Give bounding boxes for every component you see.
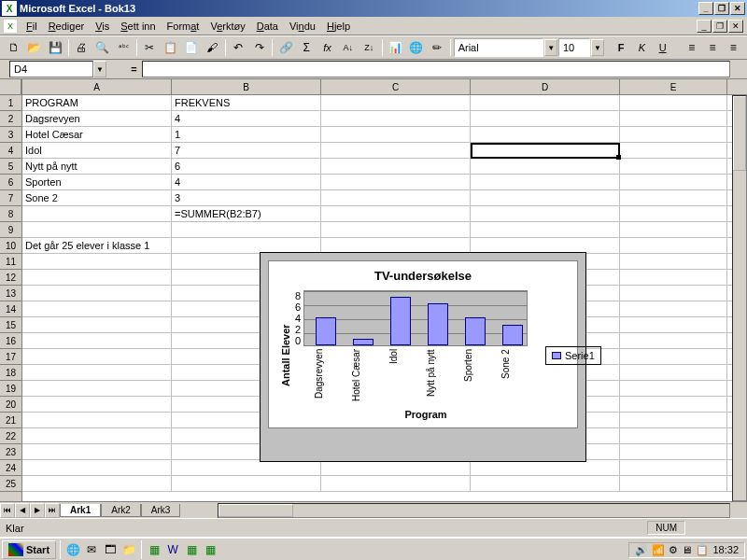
- cell-B3[interactable]: 1: [172, 127, 321, 142]
- cell-A20[interactable]: [22, 397, 172, 412]
- cell-A17[interactable]: [22, 349, 172, 364]
- cell-A4[interactable]: Idol: [22, 143, 172, 158]
- row-header-15[interactable]: 15: [0, 317, 21, 333]
- doc-minimize-button[interactable]: _: [697, 20, 712, 33]
- close-button[interactable]: ✕: [730, 2, 745, 15]
- cell-A6[interactable]: Sporten: [22, 175, 172, 189]
- cell-C8[interactable]: [321, 206, 471, 221]
- cell-C5[interactable]: [321, 159, 471, 174]
- minimize-button[interactable]: _: [698, 2, 713, 15]
- cell-C25[interactable]: [321, 476, 471, 491]
- cell-E6[interactable]: [620, 175, 727, 189]
- cell-E15[interactable]: [620, 317, 727, 332]
- row-header-8[interactable]: 8: [0, 206, 21, 222]
- tray-icon[interactable]: 🔊: [635, 544, 648, 556]
- row-header-19[interactable]: 19: [0, 381, 21, 397]
- cell-A12[interactable]: [22, 270, 172, 285]
- cell-C9[interactable]: [321, 222, 471, 237]
- cell-C4[interactable]: [321, 143, 471, 158]
- cell-E9[interactable]: [620, 222, 727, 237]
- cell-A13[interactable]: [22, 286, 172, 301]
- cell-C2[interactable]: [321, 111, 471, 126]
- paste-button[interactable]: 📄: [181, 37, 201, 58]
- cell-E17[interactable]: [620, 349, 727, 364]
- preview-button[interactable]: 🔍: [92, 37, 112, 58]
- tab-first-button[interactable]: ⏮: [0, 503, 15, 518]
- row-header-12[interactable]: 12: [0, 270, 21, 286]
- font-size-arrow[interactable]: ▼: [591, 39, 604, 56]
- ql-excel3-icon[interactable]: ▦: [202, 541, 218, 558]
- row-header-6[interactable]: 6: [0, 175, 21, 190]
- cell-D4[interactable]: [471, 143, 620, 158]
- cell-E24[interactable]: [620, 460, 727, 475]
- redo-button[interactable]: ↷: [249, 37, 269, 58]
- cell-E25[interactable]: [620, 476, 727, 491]
- function-button[interactable]: fx: [317, 37, 337, 58]
- menu-format[interactable]: Format: [162, 19, 205, 34]
- cell-B10[interactable]: [172, 238, 321, 253]
- tab-prev-button[interactable]: ◀: [15, 503, 30, 518]
- cell-E22[interactable]: [620, 428, 727, 443]
- font-name-dropdown[interactable]: Arial: [454, 38, 544, 57]
- sheet-tab-ark2[interactable]: Ark2: [101, 504, 141, 517]
- doc-maximize-button[interactable]: ❐: [712, 20, 727, 33]
- menu-hjelp[interactable]: Hjelp: [321, 19, 356, 34]
- ql-ie-icon[interactable]: 🌐: [64, 541, 81, 558]
- tab-last-button[interactable]: ⏭: [45, 503, 60, 518]
- menu-verktoy[interactable]: Verktøy: [204, 19, 250, 34]
- cell-D7[interactable]: [471, 190, 620, 205]
- ql-explorer-icon[interactable]: 📁: [120, 541, 137, 558]
- save-button[interactable]: 💾: [46, 37, 65, 58]
- chart-button[interactable]: 📊: [386, 37, 405, 58]
- hscroll-thumb[interactable]: [218, 504, 293, 517]
- row-header-7[interactable]: 7: [0, 190, 21, 206]
- cell-A16[interactable]: [22, 333, 172, 348]
- system-tray[interactable]: 🔊 📶 ⚙ 🖥 📋 18:32: [628, 542, 745, 558]
- row-header-14[interactable]: 14: [0, 301, 21, 317]
- cell-E21[interactable]: [620, 413, 727, 427]
- cell-E20[interactable]: [620, 397, 727, 412]
- row-header-18[interactable]: 18: [0, 365, 21, 381]
- row-header-2[interactable]: 2: [0, 111, 21, 127]
- row-header-9[interactable]: 9: [0, 222, 21, 238]
- menu-settinn[interactable]: Sett inn: [115, 19, 161, 34]
- cell-E19[interactable]: [620, 381, 727, 396]
- ql-outlook-icon[interactable]: ✉: [83, 541, 100, 558]
- cell-B1[interactable]: FREKVENS: [172, 95, 321, 110]
- ql-excel1-icon[interactable]: ▦: [146, 541, 162, 558]
- hyperlink-button[interactable]: 🔗: [275, 37, 295, 58]
- ql-excel2-icon[interactable]: ▦: [183, 541, 200, 558]
- row-header-24[interactable]: 24: [0, 460, 21, 476]
- cell-A25[interactable]: [22, 476, 172, 491]
- cell-D5[interactable]: [471, 159, 620, 174]
- cell-A9[interactable]: [22, 222, 172, 237]
- chart-object[interactable]: TV-undersøkelse Antall Elever 8 6 4 2 0: [260, 252, 586, 462]
- tray-icon[interactable]: 🖥: [682, 544, 692, 555]
- cell-A14[interactable]: [22, 301, 172, 316]
- cell-C6[interactable]: [321, 175, 471, 189]
- col-header-d[interactable]: D: [471, 79, 620, 94]
- cell-E2[interactable]: [620, 111, 727, 126]
- cell-B9[interactable]: [172, 222, 321, 237]
- row-header-11[interactable]: 11: [0, 254, 21, 270]
- align-center-button[interactable]: ≡: [702, 37, 722, 58]
- tray-clock[interactable]: 18:32: [712, 544, 739, 555]
- cell-E16[interactable]: [620, 333, 727, 348]
- cell-E23[interactable]: [620, 444, 727, 459]
- cell-A19[interactable]: [22, 381, 172, 396]
- row-header-25[interactable]: 25: [0, 476, 21, 492]
- autosum-button[interactable]: Σ: [297, 37, 317, 58]
- cell-D24[interactable]: [471, 460, 620, 475]
- cell-A1[interactable]: PROGRAM: [22, 95, 172, 110]
- copy-button[interactable]: 📋: [161, 37, 180, 58]
- sort-asc-button[interactable]: A↓: [338, 37, 358, 58]
- cell-D25[interactable]: [471, 476, 620, 491]
- align-left-button[interactable]: ≡: [682, 37, 701, 58]
- cell-E7[interactable]: [620, 190, 727, 205]
- cell-D3[interactable]: [471, 127, 620, 142]
- tab-next-button[interactable]: ▶: [30, 503, 45, 518]
- font-size-dropdown[interactable]: 10: [558, 38, 590, 57]
- menu-rediger[interactable]: Rediger: [43, 19, 91, 34]
- spellcheck-button[interactable]: ᵃᵇᶜ: [113, 37, 133, 58]
- cell-A23[interactable]: [22, 444, 172, 459]
